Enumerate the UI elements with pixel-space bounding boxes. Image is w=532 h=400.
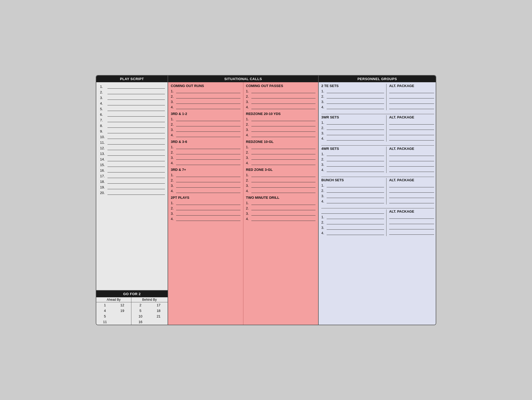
- play-script-line: 1.: [100, 84, 165, 89]
- play-script-line: 7.: [100, 118, 165, 122]
- play-script-line: 3.: [100, 96, 165, 100]
- pers-line: 3.: [321, 194, 384, 198]
- personnel-right: ALT. PACKAGE: [386, 209, 434, 236]
- personnel-divider: [321, 208, 434, 208]
- sit-line: 2.: [246, 94, 316, 98]
- line-underline: [107, 174, 165, 178]
- sit-line: 4.: [171, 133, 240, 137]
- alt-line: [389, 188, 434, 193]
- pers-num: 2.: [321, 94, 327, 98]
- pers-num: 3.: [321, 100, 327, 104]
- sit-line-num: 1.: [171, 201, 176, 205]
- alt-line: [389, 105, 434, 109]
- table-row: 5 10 21: [96, 314, 168, 319]
- pers-underline: [327, 105, 384, 109]
- sit-line: 2.: [171, 150, 240, 154]
- sit-line-underline: [251, 127, 316, 132]
- sit-line-underline: [251, 206, 316, 210]
- sit-line-underline: [176, 117, 240, 121]
- pers-num: 4.: [321, 168, 327, 172]
- sit-line-num: 4.: [246, 161, 251, 165]
- sit-line-underline: [176, 105, 240, 109]
- alt-underline: [389, 100, 434, 104]
- line-number: 19.: [100, 185, 107, 189]
- sit-line-num: 1.: [171, 173, 176, 177]
- sit-line: 1.: [171, 145, 240, 149]
- sit-section-title: 3RD & 7+: [171, 168, 240, 172]
- play-script-line: 18.: [100, 179, 165, 184]
- line-underline: [107, 84, 165, 89]
- sit-line-num: 3.: [171, 156, 176, 160]
- behind-label: Behind By: [131, 297, 168, 302]
- sit-line-num: 4.: [246, 189, 251, 193]
- ahead-val1: 11: [96, 319, 114, 325]
- sit-line-num: 3.: [246, 184, 251, 188]
- sit-line-underline: [176, 211, 240, 216]
- sit-line-underline: [176, 89, 240, 93]
- personnel-left: 4WR SETS1.2.3.4.: [321, 147, 386, 173]
- sit-line: 4.: [171, 161, 240, 165]
- alt-line: [389, 120, 434, 125]
- middle-panel: SITUATIONAL CALLS COMING OUT RUNS1.2.3.4…: [168, 76, 319, 325]
- play-script-line: 20.: [100, 191, 165, 195]
- situational-left-col: COMING OUT RUNS1.2.3.4.3RD & 1-21.2.3.4.…: [168, 82, 243, 325]
- play-script-line: 10.: [100, 135, 165, 139]
- sit-line-underline: [176, 217, 240, 221]
- sit-line-underline: [176, 127, 240, 132]
- personnel-group-title: BUNCH SETS: [321, 178, 384, 182]
- sit-line: 4.: [246, 189, 316, 193]
- alt-underline: [389, 131, 434, 135]
- sit-section: RED ZONE 3-GL1.2.3.4.: [246, 168, 316, 193]
- line-number: 6.: [100, 113, 107, 117]
- sit-line-underline: [251, 189, 316, 193]
- line-number: 1.: [100, 85, 107, 89]
- sit-section-title: REDZONE 20-10 YDS: [246, 112, 316, 116]
- sit-line-underline: [176, 150, 240, 154]
- sit-line: 1.: [246, 89, 316, 93]
- alt-package-title: ALT. PACKAGE: [389, 84, 434, 88]
- sit-line-num: 2.: [171, 206, 176, 210]
- sit-line-num: 3.: [171, 100, 176, 104]
- right-panel: PERSONNEL GROUPS 2 TE SETS1.2.3.4.ALT. P…: [319, 76, 436, 325]
- behind-val2: [149, 319, 168, 325]
- pers-line: 3.: [321, 100, 384, 104]
- sit-line: 3.: [246, 183, 316, 188]
- table-row: 1 12 2 17: [96, 302, 168, 308]
- alt-line: [389, 230, 434, 235]
- sit-line: 1.: [246, 117, 316, 121]
- sit-section: 3RD & 7+1.2.3.4.: [171, 168, 240, 193]
- pers-underline: [327, 215, 384, 219]
- sit-section: COMING OUT RUNS1.2.3.4.: [171, 84, 240, 109]
- pers-underline: [327, 157, 384, 161]
- sit-line-num: 1.: [246, 117, 251, 121]
- pers-line: 2.: [321, 188, 384, 193]
- sit-line-underline: [251, 173, 316, 177]
- personnel-right: ALT. PACKAGE: [386, 178, 434, 204]
- sit-line-num: 2.: [246, 178, 251, 182]
- line-underline: [107, 179, 165, 184]
- sit-line-underline: [251, 150, 316, 154]
- play-script-line: 8.: [100, 123, 165, 128]
- pers-num: 3.: [321, 194, 327, 198]
- alt-line: [389, 157, 434, 161]
- pers-underline: [327, 231, 384, 235]
- sit-line: 3.: [171, 100, 240, 104]
- sit-line-num: 1.: [246, 89, 251, 93]
- line-number: 13.: [100, 152, 107, 156]
- pers-underline: [327, 220, 384, 224]
- ahead-val2: [114, 319, 131, 325]
- line-number: 9.: [100, 129, 107, 133]
- ahead-val2: [114, 314, 131, 319]
- ahead-val1: 1: [96, 302, 114, 308]
- pers-underline: [327, 120, 384, 125]
- personnel-left: 3WR SETS1.2.3.4.: [321, 115, 386, 142]
- sit-line-num: 1.: [171, 89, 176, 93]
- line-number: 14.: [100, 157, 107, 161]
- sit-line: 4.: [171, 189, 240, 193]
- sit-line-num: 4.: [246, 133, 251, 137]
- play-script-header: PLAY SCRIPT: [96, 76, 168, 82]
- pers-line: 2.: [321, 157, 384, 161]
- sit-section: REDZONE 20-10 YDS1.2.3.4.: [246, 112, 316, 137]
- sit-line-underline: [176, 145, 240, 149]
- sit-line-underline: [176, 155, 240, 160]
